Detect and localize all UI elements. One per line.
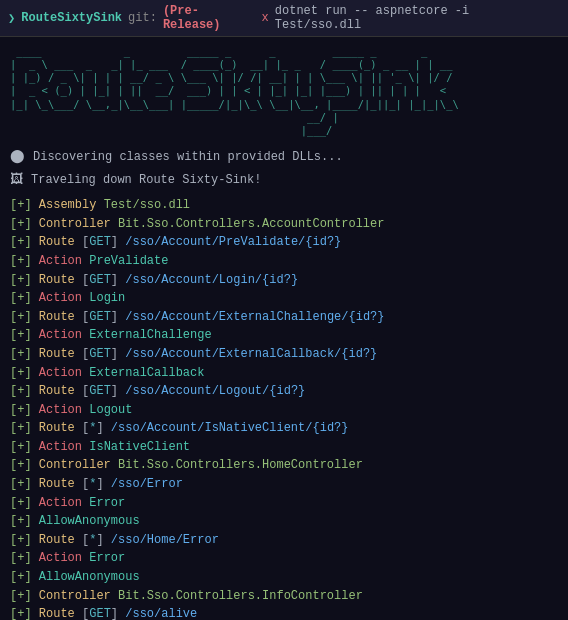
route-error1: [+] Route [*] /sso/Error [10,475,558,494]
action-isnativeclient: [+] Action IsNativeClient [10,438,558,457]
action-homeerror: [+] Action Error [10,549,558,568]
route-prevalidate: [+] Route [GET] /sso/Account/PreValidate… [10,233,558,252]
status-traveling-text: Traveling down Route Sixty-Sink! [31,171,261,190]
ascii-art-logo: ____ _ _____ _ _ _____ _ _ | _ \ ___ _ _… [10,45,558,137]
action-externalcallback: [+] Action ExternalCallback [10,364,558,383]
controller-home: [+] Controller Bit.Sso.Controllers.HomeC… [10,456,558,475]
route-login: [+] Route [GET] /sso/Account/Login/{id?} [10,271,558,290]
git-label: git: [128,11,157,25]
route-externalchallenge: [+] Route [GET] /sso/Account/ExternalCha… [10,308,558,327]
extra-allowanonymous1: [+] AllowAnonymous [10,512,558,531]
route-externalcallback: [+] Route [GET] /sso/Account/ExternalCal… [10,345,558,364]
prompt-arrow: ❯ [8,11,15,26]
route-isnativeclient: [+] Route [*] /sso/Account/IsNativeClien… [10,419,558,438]
action-externalchallenge: [+] Action ExternalChallenge [10,326,558,345]
command-text: dotnet run -- aspnetcore -i Test/sso.dll [275,4,560,32]
assembly-line: [+] Assembly Test/sso.dll [10,196,558,215]
action-logout: [+] Action Logout [10,401,558,420]
terminal-content: ____ _ _____ _ _ _____ _ _ | _ \ ___ _ _… [0,37,568,620]
action-prevalidate: [+] Action PreValidate [10,252,558,271]
status-traveling: 🖼 Traveling down Route Sixty-Sink! [10,170,558,190]
directory-name: RouteSixtySink [21,11,122,25]
disc-icon: ⬤ [10,147,25,167]
status-discovering: ⬤ Discovering classes within provided DL… [10,147,558,167]
status-discovering-text: Discovering classes within provided DLLs… [33,148,343,167]
action-login: [+] Action Login [10,289,558,308]
terminal-prompt-bar: ❯ RouteSixtySink git:(Pre-Release) x dot… [0,0,568,37]
separator-x: x [262,11,269,25]
controller-account: [+] Controller Bit.Sso.Controllers.Accou… [10,215,558,234]
assembly-tree: [+] Assembly Test/sso.dll [+] Controller… [10,196,558,620]
travel-icon: 🖼 [10,170,23,190]
route-logout: [+] Route [GET] /sso/Account/Logout/{id?… [10,382,558,401]
extra-allowanonymous2: [+] AllowAnonymous [10,568,558,587]
terminal: ❯ RouteSixtySink git:(Pre-Release) x dot… [0,0,568,620]
route-homeerror: [+] Route [*] /sso/Home/Error [10,531,558,550]
action-error1: [+] Action Error [10,494,558,513]
route-alive: [+] Route [GET] /sso/alive [10,605,558,620]
controller-info: [+] Controller Bit.Sso.Controllers.InfoC… [10,587,558,606]
git-branch: (Pre-Release) [163,4,256,32]
